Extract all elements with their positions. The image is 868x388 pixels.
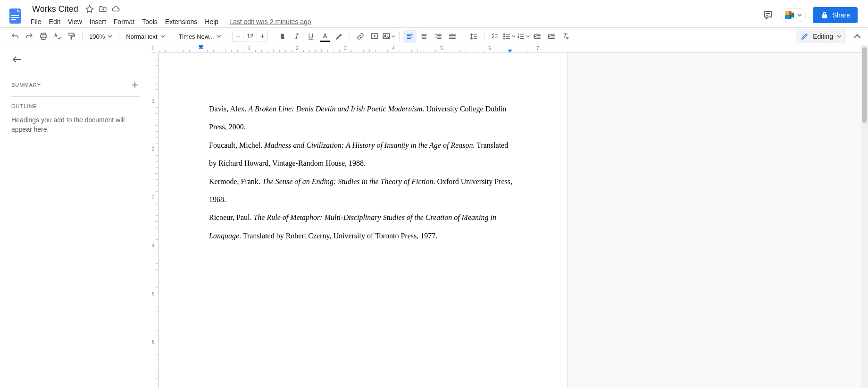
menu-file[interactable]: File	[27, 16, 45, 27]
page-scroll[interactable]: Davis, Alex. A Broken Line: Denis Devlin…	[159, 53, 868, 388]
left-indent-handle[interactable]	[199, 46, 203, 49]
paragraph-style-value: Normal text	[126, 33, 157, 40]
citation-author: Ricoeur, Paul.	[209, 213, 253, 221]
italic-button[interactable]	[290, 30, 303, 43]
menu-help[interactable]: Help	[201, 16, 222, 27]
svg-point-12	[504, 36, 505, 37]
meet-icon	[784, 10, 795, 20]
meet-button[interactable]	[781, 8, 806, 22]
horizontal-ruler[interactable]: 11234567	[151, 45, 868, 53]
align-left-button[interactable]	[403, 30, 417, 43]
add-summary-button[interactable]	[130, 80, 140, 90]
menu-tools[interactable]: Tools	[139, 16, 161, 27]
menu-edit[interactable]: Edit	[46, 16, 64, 27]
docs-logo-icon[interactable]	[6, 7, 25, 25]
ruler-label: 1	[151, 46, 154, 51]
undo-button[interactable]	[8, 30, 22, 43]
star-icon[interactable]	[85, 4, 94, 14]
clear-formatting-button[interactable]	[559, 30, 572, 43]
last-edit-link[interactable]: Last edit was 2 minutes ago	[225, 16, 315, 27]
align-right-button[interactable]	[432, 30, 445, 43]
citation-title: The Sense of an Ending: Studies in the T…	[262, 177, 434, 186]
ruler-label: 1	[248, 46, 250, 51]
zoom-dropdown[interactable]: 100%	[86, 31, 115, 42]
align-justify-button[interactable]	[446, 30, 459, 43]
caret-down-icon	[108, 34, 112, 39]
outline-panel: SUMMARY OUTLINE Headings you add to the …	[0, 45, 151, 388]
scrollbar[interactable]	[861, 45, 868, 388]
underline-button[interactable]	[304, 30, 317, 43]
bold-button[interactable]	[276, 30, 289, 43]
menu-format[interactable]: Format	[110, 16, 138, 27]
mode-label: Editing	[813, 33, 833, 40]
cloud-status-icon[interactable]	[111, 4, 121, 14]
ruler-label: 7	[536, 46, 539, 51]
add-comment-button[interactable]	[368, 30, 381, 43]
divider	[11, 96, 140, 97]
font-size-value[interactable]: 12	[243, 31, 257, 42]
menu-extensions[interactable]: Extensions	[162, 16, 200, 27]
svg-rect-1	[11, 15, 19, 16]
collapse-toolbar-button[interactable]	[851, 30, 863, 42]
caret-down-icon	[837, 34, 842, 39]
scrollbar-thumb[interactable]	[862, 47, 867, 123]
citation-author: Foucault, Michel.	[209, 141, 264, 149]
ruler-label: 6	[488, 46, 491, 51]
font-size-decrease-button[interactable]: −	[233, 31, 243, 42]
document-title[interactable]: Works Cited	[29, 3, 81, 15]
lock-icon	[820, 11, 829, 19]
paragraph-style-dropdown[interactable]: Normal text	[123, 31, 167, 42]
font-family-dropdown[interactable]: Times New...	[176, 31, 225, 42]
caret-down-icon	[392, 34, 395, 38]
bulleted-list-button[interactable]	[502, 30, 516, 43]
vertical-ruler[interactable]: 123456789	[151, 53, 159, 388]
redo-button[interactable]	[23, 30, 36, 43]
comments-icon[interactable]	[762, 9, 774, 21]
line-spacing-button[interactable]	[467, 30, 480, 43]
paint-format-button[interactable]	[65, 30, 78, 43]
font-family-value: Times New...	[179, 33, 214, 40]
caret-down-icon	[512, 34, 516, 38]
caret-down-icon	[526, 34, 530, 38]
citation-title: A Broken Line: Denis Devlin and Irish Po…	[249, 105, 423, 113]
svg-rect-3	[11, 19, 16, 20]
document-page[interactable]: Davis, Alex. A Broken Line: Denis Devlin…	[159, 53, 568, 388]
insert-link-button[interactable]	[354, 30, 367, 43]
svg-rect-7	[69, 33, 73, 35]
citation-author: Kermode, Frank.	[209, 177, 262, 186]
spellcheck-button[interactable]	[51, 30, 64, 43]
ruler-label: 2	[296, 46, 299, 51]
highlight-color-button[interactable]	[333, 30, 346, 43]
increase-indent-button[interactable]	[545, 30, 558, 43]
close-outline-button[interactable]	[11, 54, 23, 65]
numbered-list-button[interactable]	[517, 30, 530, 43]
font-size-increase-button[interactable]: +	[257, 31, 267, 42]
citation-author: Davis, Alex.	[209, 105, 249, 113]
right-indent-handle[interactable]	[508, 50, 512, 52]
svg-point-11	[504, 34, 505, 34]
ruler-label: 4	[392, 46, 395, 51]
citation-entry[interactable]: Davis, Alex. A Broken Line: Denis Devlin…	[209, 100, 517, 136]
menu-bar: File Edit View Insert Format Tools Exten…	[27, 15, 315, 27]
checklist-button[interactable]	[488, 30, 501, 43]
menu-view[interactable]: View	[65, 16, 85, 27]
mode-dropdown[interactable]: Editing	[796, 29, 846, 43]
decrease-indent-button[interactable]	[531, 30, 544, 43]
insert-image-button[interactable]	[382, 30, 395, 43]
outline-placeholder: Headings you add to the document will ap…	[11, 116, 140, 134]
share-button[interactable]: Share	[813, 7, 858, 23]
menu-insert[interactable]: Insert	[86, 16, 109, 27]
citation-entry[interactable]: Foucault, Michel. Madness and Civilizati…	[209, 136, 517, 173]
citation-entry[interactable]: Ricoeur, Paul. The Rule of Metaphor: Mul…	[209, 209, 517, 245]
text-color-button[interactable]	[318, 30, 332, 43]
citation-title: Madness and Civilization: A History of I…	[264, 141, 475, 149]
toolbar: 100% Normal text Times New... − 12 + E	[0, 27, 868, 45]
outline-heading: OUTLINE	[11, 103, 140, 109]
caret-down-icon	[160, 34, 165, 39]
move-icon[interactable]	[98, 4, 108, 14]
caret-down-icon	[797, 13, 802, 17]
summary-heading: SUMMARY	[11, 82, 41, 88]
print-button[interactable]	[37, 30, 50, 43]
align-center-button[interactable]	[417, 30, 431, 43]
citation-entry[interactable]: Kermode, Frank. The Sense of an Ending: …	[209, 173, 517, 209]
